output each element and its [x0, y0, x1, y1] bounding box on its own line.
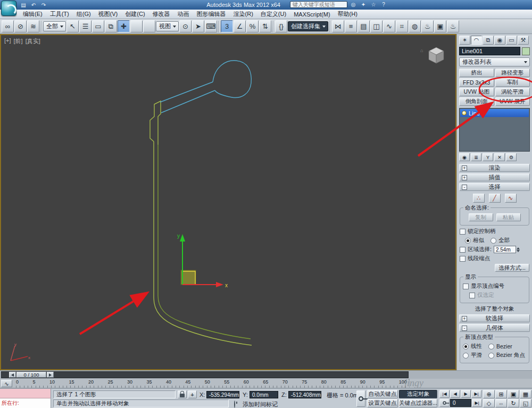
menu-item[interactable]: 组(G) — [73, 10, 95, 19]
modifier-button[interactable]: FFD 3x3x3 — [459, 78, 494, 87]
toolbar-quick-icon[interactable]: ▤ — [19, 1, 28, 9]
stack-tool-button[interactable]: ◉ — [459, 153, 470, 161]
modifier-button[interactable]: 挤出 — [459, 69, 494, 77]
key-mode-toggle[interactable] — [439, 399, 450, 407]
menu-item[interactable]: 图形编辑器 — [193, 10, 230, 19]
collapse-icon[interactable]: - — [462, 326, 467, 331]
rollout-rendering[interactable]: + 渲染 — [459, 164, 530, 172]
menu-item[interactable]: 视图(V) — [95, 10, 122, 19]
tab-display[interactable]: ▭ — [506, 36, 517, 45]
y-coordinate-field[interactable]: 0.0mm — [250, 391, 278, 398]
go-to-end-button[interactable]: ▶| — [472, 399, 482, 407]
toolbar-button[interactable]: ▤ — [358, 20, 370, 32]
viewport-nav-button[interactable]: ▣ — [508, 390, 519, 398]
paste-button[interactable]: 粘贴 — [496, 213, 521, 221]
front-viewport[interactable]: [+] [前] [真实] y — [0, 34, 456, 370]
modifier-button[interactable]: 路径变形 — [495, 69, 530, 77]
open-mini-curve-editor-button[interactable]: ∿ — [1, 380, 12, 387]
absolute-offset-mode-toggle[interactable]: + — [188, 390, 197, 398]
rollout-geometry[interactable]: - 几何体 — [459, 324, 530, 332]
frame-ruler[interactable]: 0510152025303540455055606570758085909510… — [14, 379, 410, 388]
viewport-menu-general[interactable]: [+] — [4, 37, 11, 45]
infocenter-icon[interactable]: ✦ — [360, 2, 367, 7]
z-coordinate-field[interactable]: -512.408mm — [288, 391, 321, 398]
toolbar-button[interactable]: ▭ — [92, 20, 104, 32]
modifier-button[interactable]: 车削 — [495, 78, 530, 87]
toolbar-button[interactable]: ♨ — [447, 20, 459, 32]
handle-spline[interactable] — [160, 61, 251, 113]
reference-coordinate-dropdown[interactable]: 视图 — [156, 21, 179, 31]
modifier-button[interactable]: 涡轮平滑 — [495, 88, 530, 96]
toolbar-button[interactable] — [130, 20, 143, 32]
listener-script-pane[interactable]: 所在行: — [0, 398, 51, 408]
modifier-button[interactable]: UVW 展开 — [495, 97, 530, 106]
expand-icon[interactable]: + — [462, 316, 467, 321]
toolbar-button[interactable]: ⌗ — [396, 20, 408, 32]
viewport-nav-button[interactable]: ⇔ — [495, 399, 507, 407]
toolbar-button[interactable]: ▣ — [434, 20, 446, 32]
selected-only-checkbox[interactable] — [469, 293, 475, 298]
stack-tool-button[interactable]: ✕ — [494, 153, 505, 161]
key-filters-button[interactable]: 关键点过滤器... — [399, 399, 437, 407]
stack-tool-button[interactable]: ⚙ — [506, 153, 517, 161]
tab-create[interactable]: ✶ — [459, 36, 470, 45]
toolbar-quick-icon[interactable]: ↷ — [39, 1, 48, 9]
smooth-radio[interactable] — [463, 353, 469, 359]
toolbar-button[interactable]: ⧉ — [105, 20, 117, 32]
modifier-button[interactable]: UVW 贴图 — [459, 88, 494, 96]
viewport-nav-button[interactable]: ↻ — [508, 399, 519, 407]
rollout-soft-selection[interactable]: + 软选择 — [459, 314, 530, 322]
visibility-bulb-icon[interactable] — [462, 111, 467, 115]
toolbar-button[interactable]: ➤ — [192, 20, 204, 32]
spline-outer-wall[interactable] — [154, 141, 252, 345]
toolbar-button[interactable]: ⋈ — [332, 20, 344, 32]
toolbar-button[interactable]: % — [246, 20, 259, 32]
object-color-swatch[interactable] — [522, 47, 530, 55]
menu-item[interactable]: 创建(C) — [121, 10, 148, 19]
handle-outer-line[interactable] — [160, 82, 213, 102]
spinner-arrows-icon[interactable] — [517, 247, 520, 252]
sub-object-button[interactable]: ╱ — [489, 194, 501, 203]
area-threshold-spinner[interactable]: 2.54m — [494, 246, 520, 253]
infocenter-icon[interactable]: ☆ — [370, 2, 377, 7]
toolbar-button[interactable]: ◍ — [409, 20, 421, 32]
infocenter-icon[interactable]: ? — [380, 2, 387, 7]
toolbar-button[interactable]: ♨ — [421, 20, 434, 32]
viewport-menu-view[interactable]: [前] — [14, 37, 23, 45]
menu-item[interactable]: 渲染(R) — [230, 10, 257, 19]
transport-button[interactable]: ▶ — [461, 390, 471, 398]
toolbar-button[interactable]: ∿ — [383, 20, 395, 32]
gizmo-plane-handle[interactable] — [181, 270, 196, 285]
toolbar-button[interactable]: ☰ — [79, 20, 92, 32]
viewcube-home-icon[interactable]: ⌂ — [420, 48, 423, 53]
selection-filter-dropdown[interactable]: 全部 — [43, 21, 66, 31]
expand-icon[interactable]: + — [462, 175, 467, 180]
toolbar-button[interactable]: ≡ — [345, 20, 357, 32]
set-key-big-button[interactable] — [356, 390, 365, 407]
bezier-corner-radio[interactable] — [488, 353, 494, 359]
edit-named-selection-sets-button[interactable]: {} — [275, 20, 287, 32]
transport-button[interactable]: ▶| — [471, 390, 481, 398]
viewport-nav-button[interactable]: ◇ — [483, 399, 495, 407]
rollout-interpolation[interactable]: + 插值 — [459, 173, 530, 181]
maxscript-mini-listener[interactable]: 所在行: — [0, 389, 51, 408]
toolbar-button[interactable]: ◫ — [370, 20, 383, 32]
area-selection-checkbox[interactable] — [460, 247, 466, 253]
similar-radio[interactable] — [465, 238, 471, 244]
segment-end-checkbox[interactable] — [460, 256, 466, 262]
viewport-nav-button[interactable]: ⊕ — [483, 390, 495, 398]
menu-item[interactable]: 工具(T) — [46, 10, 73, 19]
viewcube[interactable]: ⌂ — [419, 46, 447, 66]
toolbar-button[interactable]: ⊙ — [179, 20, 192, 32]
toolbar-button[interactable]: ≋ — [27, 20, 39, 32]
modifier-list-dropdown[interactable]: 修改器列表 — [459, 57, 530, 66]
handle-bulb-curve[interactable] — [213, 61, 251, 98]
sub-object-button[interactable]: ∴ — [473, 194, 485, 203]
toolbar-button[interactable] — [143, 20, 155, 32]
modifier-button[interactable]: 倒角剖面 — [459, 97, 494, 106]
modifier-stack-list[interactable]: Line — [459, 108, 530, 152]
sub-object-button[interactable]: ∿ — [505, 194, 517, 203]
rollout-selection[interactable]: - 选择 — [459, 183, 530, 191]
menu-item[interactable]: 编辑(E) — [19, 10, 46, 19]
stack-tool-button[interactable]: ≣ — [471, 153, 481, 161]
